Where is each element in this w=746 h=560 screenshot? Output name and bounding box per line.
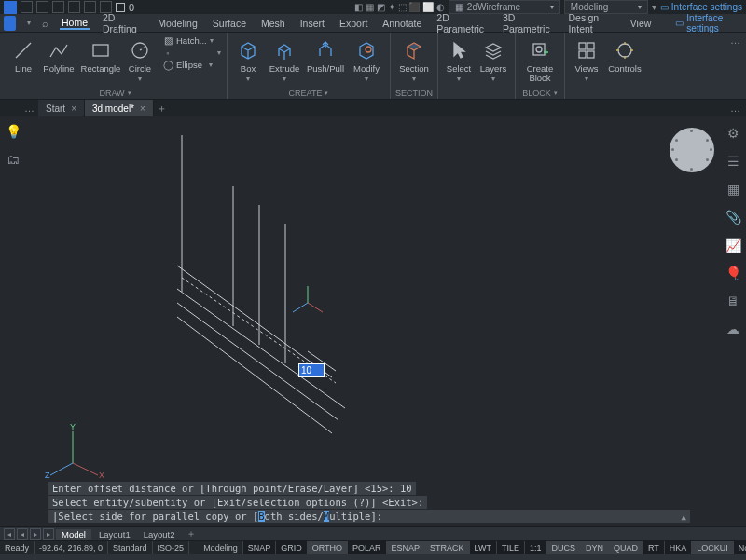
close-icon[interactable]: × (71, 103, 76, 114)
tabstrip-overflow-icon[interactable]: … (725, 100, 746, 116)
menu-modeling[interactable]: Modeling (156, 18, 200, 29)
viewport[interactable]: 💡 🗂 ⚙ ☰ ▦ 📎 📈 🎈 🖥 ☁ (0, 116, 746, 526)
chevron-down-icon[interactable]: ▾ (27, 19, 31, 27)
qa-button[interactable] (68, 1, 80, 13)
group-label-block[interactable]: BLOCK▾ (519, 88, 560, 99)
tool-layers[interactable]: Layers ▾ (476, 34, 511, 85)
tool-hatch[interactable]: ▨Hatch...▾ (160, 34, 223, 47)
close-icon[interactable]: × (140, 103, 145, 114)
menu-view[interactable]: View (629, 18, 654, 29)
tool-label: Line (15, 64, 32, 74)
interface-settings-link[interactable]: ▭ Interface settings (660, 2, 742, 12)
qa-button[interactable] (21, 1, 33, 13)
settings-icon[interactable]: ⚙ (727, 126, 739, 141)
toggle-tile[interactable]: TILE (497, 541, 525, 554)
quick-icons[interactable]: ◧ ▦ ◩ ✦ ⬚ ⬛ ⬜ ◐ (354, 2, 444, 12)
tab-3d-model[interactable]: 3d model* × (85, 100, 154, 116)
menu-2d-drafting[interactable]: 2D Drafting (101, 12, 145, 34)
command-input[interactable]: |Select side for parallel copy or [Both … (48, 510, 690, 523)
search-icon[interactable]: ⌕ (42, 18, 48, 29)
status-dimstyle[interactable]: Standard (108, 541, 153, 554)
structure-icon[interactable]: 🗂 (7, 152, 20, 167)
grid-icon[interactable]: ▦ (727, 182, 739, 197)
tool-label: Modify (353, 64, 380, 74)
tool-controls[interactable]: Controls (604, 34, 645, 75)
toggle-esnap[interactable]: ESNAP (387, 541, 426, 554)
toggle-lwt[interactable]: LWT (470, 541, 497, 554)
menu-export[interactable]: Export (338, 18, 369, 29)
svg-line-3 (140, 47, 145, 50)
toggle-ducs[interactable]: DUCS (546, 541, 581, 554)
menu-home[interactable]: Home (60, 17, 90, 30)
menu-3d-parametric[interactable]: 3D Parametric (501, 12, 556, 34)
toggle-grid[interactable]: GRID (276, 541, 308, 554)
tab-start[interactable]: Start × (38, 100, 85, 116)
tool-section[interactable]: Section ▾ (394, 34, 434, 85)
toggle-ortho[interactable]: ORTHO (308, 541, 348, 554)
group-label-create[interactable]: CREATE▾ (231, 88, 386, 99)
tab-nav-first[interactable]: ◂ (4, 528, 15, 540)
layers-panel-icon[interactable]: ☰ (727, 154, 739, 169)
status-workspace[interactable]: Modeling (199, 541, 243, 554)
toggle-polar[interactable]: POLAR (348, 541, 387, 554)
toggle-lockui[interactable]: LOCKUI (692, 541, 734, 554)
status-iso[interactable]: ISO-25 (153, 541, 190, 554)
toggle-scale[interactable]: 1:1 (525, 541, 547, 554)
attach-icon[interactable]: 📎 (725, 210, 741, 225)
menu-2d-parametric[interactable]: 2D Parametric (435, 12, 490, 34)
layout-tab-model[interactable]: Model (56, 529, 91, 540)
tool-box[interactable]: Box ▾ (231, 34, 265, 85)
document-tabstrip: 💡 … Start × 3d model* × ＋ … (0, 100, 746, 116)
toggle-dyn[interactable]: DYN (581, 541, 609, 554)
tool-line[interactable]: Line (7, 34, 39, 75)
tool-views[interactable]: Views ▾ (569, 34, 604, 85)
qa-button[interactable] (36, 1, 48, 13)
menu-annotate[interactable]: Annotate (380, 18, 423, 29)
qa-button[interactable] (84, 1, 96, 13)
tool-extrude[interactable]: Extrude ▾ (265, 34, 304, 85)
tool-rectangle[interactable]: Rectangle (78, 34, 123, 75)
menu-surface[interactable]: Surface (211, 18, 248, 29)
tool-polyline[interactable]: Polyline (39, 34, 78, 75)
tool-circle[interactable]: Circle ▾ (123, 34, 157, 85)
ucs-gizmo[interactable]: Y X Z (47, 424, 103, 480)
tab-nav-next[interactable]: ▸ (30, 528, 41, 540)
ribbon-overflow-icon[interactable]: … (730, 34, 740, 46)
tab-overflow-icon[interactable]: … (21, 100, 38, 116)
layout-tab-add[interactable]: ＋ (183, 527, 200, 540)
tool-pushpull[interactable]: Push/Pull (304, 34, 347, 75)
menu-mesh[interactable]: Mesh (259, 18, 287, 29)
group-label-draw[interactable]: DRAW▾ (7, 88, 223, 99)
cloud-icon[interactable]: ☁ (726, 321, 739, 336)
tool-select[interactable]: Select ▾ (442, 34, 476, 85)
bulb-icon[interactable]: 💡 (6, 124, 21, 139)
distance-input[interactable]: 10 (298, 363, 325, 377)
chevron-down-icon: ▾ (138, 75, 142, 83)
layout-tab-layout2[interactable]: Layout2 (138, 529, 181, 540)
layout-tab-layout1[interactable]: Layout1 (93, 529, 136, 540)
tab-nav-prev[interactable]: ◂ (17, 528, 28, 540)
tool-modify[interactable]: Modify ▾ (347, 34, 386, 85)
chevron-down-icon[interactable]: ▾ (652, 2, 656, 12)
chart-icon[interactable]: 📈 (725, 238, 741, 253)
menu-insert[interactable]: Insert (298, 18, 326, 29)
tool-create-block[interactable]: Create Block (519, 34, 560, 85)
scroll-up-icon[interactable]: ▲ (682, 512, 686, 522)
interface-settings-link-2[interactable]: ▭ Interface settings (675, 13, 742, 34)
chevron-down-icon: ▾ (283, 75, 286, 83)
toggle-strack[interactable]: STRACK (425, 541, 470, 554)
status-none[interactable]: None (734, 541, 746, 554)
toggle-quad[interactable]: QUAD (609, 541, 643, 554)
monitor-icon[interactable]: 🖥 (726, 294, 739, 308)
tool-boundary[interactable]: ◦▾ (160, 47, 223, 59)
tab-add-button[interactable]: ＋ (154, 100, 171, 116)
toggle-snap[interactable]: SNAP (243, 541, 277, 554)
toggle-hka[interactable]: HKA (665, 541, 693, 554)
balloon-icon[interactable]: 🎈 (725, 266, 741, 280)
tool-ellipse[interactable]: ◯Ellipse▾ (160, 59, 223, 71)
toggle-rt[interactable]: RT (643, 541, 665, 554)
menu-design-intent[interactable]: Design Intent (566, 12, 616, 34)
app-menu-button[interactable] (4, 16, 16, 31)
tab-nav-last[interactable]: ▸ (43, 528, 54, 540)
qa-button[interactable] (52, 1, 64, 13)
